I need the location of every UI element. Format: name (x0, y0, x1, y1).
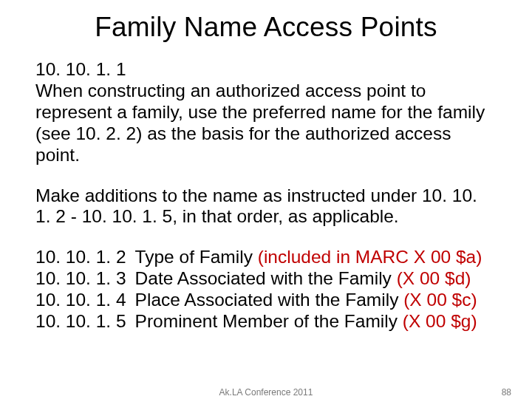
rule-row: 10. 10. 1. 5 Prominent Member of the Fam… (35, 311, 482, 332)
rule-marc: (X 00 $c) (403, 290, 477, 310)
rule-row: 10. 10. 1. 3 Date Associated with the Fa… (35, 268, 482, 290)
rule-desc: Date Associated with the Family (X 00 $d… (135, 268, 482, 290)
section-number: 10. 10. 1. 1 (35, 59, 126, 79)
para1-text: When constructing an authorized access p… (35, 81, 485, 165)
rule-desc-text: Prominent Member of the Family (135, 311, 398, 331)
rule-desc: Place Associated with the Family (X 00 $… (135, 290, 482, 311)
slide: Family Name Access Points 10. 10. 1. 1 W… (0, 12, 532, 399)
rule-row: 10. 10. 1. 4 Place Associated with the F… (35, 290, 482, 311)
rule-number: 10. 10. 1. 3 (35, 268, 135, 290)
rule-list: 10. 10. 1. 2 Type of Family (included in… (35, 247, 482, 332)
rule-number: 10. 10. 1. 5 (35, 311, 135, 332)
para2: Make additions to the name as instructed… (35, 185, 497, 228)
rule-desc: Prominent Member of the Family (X 00 $g) (135, 311, 482, 332)
rule-desc-text: Place Associated with the Family (135, 290, 399, 310)
page-title: Family Name Access Points (0, 12, 532, 43)
footer-page-number: 88 (502, 387, 511, 398)
footer-center: Ak.LA Conference 2011 (0, 387, 532, 398)
rule-number: 10. 10. 1. 4 (35, 290, 135, 311)
rule-marc: (included in MARC X 00 $a) (258, 247, 482, 267)
rule-desc-text: Date Associated with the Family (135, 268, 392, 288)
rule-row: 10. 10. 1. 2 Type of Family (included in… (35, 247, 482, 268)
rule-marc: (X 00 $g) (403, 311, 477, 331)
rule-number: 10. 10. 1. 2 (35, 247, 135, 268)
rule-marc-prefix (392, 268, 397, 288)
slide-body: 10. 10. 1. 1 When constructing an author… (35, 59, 497, 332)
rule-marc: (X 00 $d) (397, 268, 471, 288)
rule-marc-prefix (253, 247, 258, 267)
section-para: 10. 10. 1. 1 When constructing an author… (35, 59, 497, 166)
rule-desc-text: Type of Family (135, 247, 253, 267)
rule-marc-prefix (398, 311, 403, 331)
rule-desc: Type of Family (included in MARC X 00 $a… (135, 247, 482, 268)
